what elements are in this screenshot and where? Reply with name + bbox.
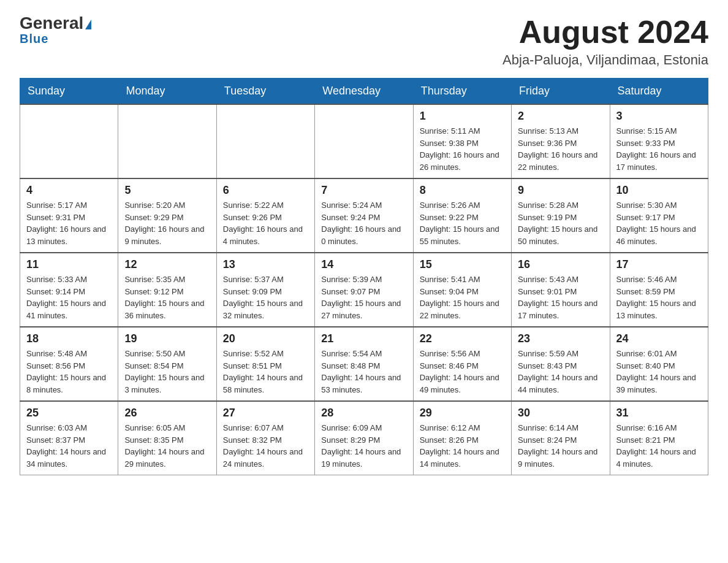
day-number: 28 [321, 407, 406, 419]
day-info: Sunrise: 5:35 AMSunset: 9:12 PMDaylight:… [124, 274, 210, 321]
week-row-5: 25Sunrise: 6:03 AMSunset: 8:37 PMDayligh… [20, 401, 708, 475]
day-number: 23 [518, 332, 603, 345]
calendar-cell: 26Sunrise: 6:05 AMSunset: 8:35 PMDayligh… [118, 401, 216, 475]
day-info: Sunrise: 6:14 AMSunset: 8:24 PMDaylight:… [518, 422, 603, 470]
day-number: 22 [420, 332, 505, 345]
calendar-header-row: SundayMondayTuesdayWednesdayThursdayFrid… [20, 79, 708, 105]
day-info: Sunrise: 5:46 AMSunset: 8:59 PMDaylight:… [616, 274, 702, 321]
day-number: 8 [420, 184, 505, 197]
day-number: 6 [223, 184, 308, 197]
logo-blue: Blue [20, 32, 48, 46]
column-header-sunday: Sunday [20, 79, 118, 105]
calendar-cell [216, 104, 314, 178]
calendar-cell: 23Sunrise: 5:59 AMSunset: 8:43 PMDayligh… [512, 327, 610, 401]
day-info: Sunrise: 6:09 AMSunset: 8:29 PMDaylight:… [321, 422, 406, 470]
logo: General Blue [20, 15, 91, 46]
day-info: Sunrise: 5:59 AMSunset: 8:43 PMDaylight:… [518, 348, 603, 396]
page-header: General Blue August 2024 Abja-Paluoja, V… [20, 15, 708, 68]
day-info: Sunrise: 5:20 AMSunset: 9:29 PMDaylight:… [124, 199, 210, 247]
calendar-cell: 15Sunrise: 5:41 AMSunset: 9:04 PMDayligh… [413, 253, 511, 327]
day-info: Sunrise: 6:12 AMSunset: 8:26 PMDaylight:… [420, 422, 505, 470]
calendar-cell: 7Sunrise: 5:24 AMSunset: 9:24 PMDaylight… [315, 178, 413, 253]
day-number: 24 [616, 332, 702, 345]
column-header-monday: Monday [118, 79, 216, 105]
calendar-cell: 28Sunrise: 6:09 AMSunset: 8:29 PMDayligh… [315, 401, 413, 475]
calendar-cell: 9Sunrise: 5:28 AMSunset: 9:19 PMDaylight… [512, 178, 610, 253]
calendar-cell: 16Sunrise: 5:43 AMSunset: 9:01 PMDayligh… [512, 253, 610, 327]
week-row-4: 18Sunrise: 5:48 AMSunset: 8:56 PMDayligh… [20, 327, 708, 401]
day-info: Sunrise: 5:13 AMSunset: 9:36 PMDaylight:… [518, 125, 603, 173]
day-info: Sunrise: 5:56 AMSunset: 8:46 PMDaylight:… [420, 348, 505, 396]
day-number: 3 [616, 110, 702, 123]
day-info: Sunrise: 5:24 AMSunset: 9:24 PMDaylight:… [321, 199, 406, 247]
day-number: 16 [518, 258, 603, 271]
day-number: 11 [26, 258, 112, 271]
calendar-cell: 13Sunrise: 5:37 AMSunset: 9:09 PMDayligh… [216, 253, 314, 327]
location-text: Abja-Paluoja, Viljandimaa, Estonia [502, 52, 708, 68]
day-number: 21 [321, 332, 406, 345]
day-info: Sunrise: 5:52 AMSunset: 8:51 PMDaylight:… [223, 348, 308, 396]
day-info: Sunrise: 5:43 AMSunset: 9:01 PMDaylight:… [518, 274, 603, 321]
calendar-cell: 14Sunrise: 5:39 AMSunset: 9:07 PMDayligh… [315, 253, 413, 327]
calendar-cell [20, 104, 118, 178]
day-number: 17 [616, 258, 702, 271]
day-info: Sunrise: 5:39 AMSunset: 9:07 PMDaylight:… [321, 274, 406, 321]
calendar-cell: 21Sunrise: 5:54 AMSunset: 8:48 PMDayligh… [315, 327, 413, 401]
calendar-cell: 6Sunrise: 5:22 AMSunset: 9:26 PMDaylight… [216, 178, 314, 253]
day-info: Sunrise: 6:05 AMSunset: 8:35 PMDaylight:… [124, 422, 210, 470]
column-header-thursday: Thursday [413, 79, 511, 105]
calendar-cell: 22Sunrise: 5:56 AMSunset: 8:46 PMDayligh… [413, 327, 511, 401]
column-header-tuesday: Tuesday [216, 79, 314, 105]
day-info: Sunrise: 5:50 AMSunset: 8:54 PMDaylight:… [124, 348, 210, 396]
day-info: Sunrise: 5:41 AMSunset: 9:04 PMDaylight:… [420, 274, 505, 321]
day-number: 18 [26, 332, 112, 345]
day-info: Sunrise: 5:11 AMSunset: 9:38 PMDaylight:… [420, 125, 505, 173]
day-info: Sunrise: 5:54 AMSunset: 8:48 PMDaylight:… [321, 348, 406, 396]
day-number: 27 [223, 407, 308, 419]
day-info: Sunrise: 5:28 AMSunset: 9:19 PMDaylight:… [518, 199, 603, 247]
calendar-cell: 3Sunrise: 5:15 AMSunset: 9:33 PMDaylight… [610, 104, 708, 178]
calendar-cell: 4Sunrise: 5:17 AMSunset: 9:31 PMDaylight… [20, 178, 118, 253]
day-info: Sunrise: 5:37 AMSunset: 9:09 PMDaylight:… [223, 274, 308, 321]
month-title: August 2024 [502, 15, 708, 50]
calendar-cell: 24Sunrise: 6:01 AMSunset: 8:40 PMDayligh… [610, 327, 708, 401]
day-number: 14 [321, 258, 406, 271]
day-info: Sunrise: 6:03 AMSunset: 8:37 PMDaylight:… [26, 422, 112, 470]
day-number: 12 [124, 258, 210, 271]
day-number: 29 [420, 407, 505, 419]
day-number: 30 [518, 407, 603, 419]
calendar-table: SundayMondayTuesdayWednesdayThursdayFrid… [20, 78, 708, 475]
day-info: Sunrise: 6:07 AMSunset: 8:32 PMDaylight:… [223, 422, 308, 470]
calendar-cell: 18Sunrise: 5:48 AMSunset: 8:56 PMDayligh… [20, 327, 118, 401]
day-info: Sunrise: 5:22 AMSunset: 9:26 PMDaylight:… [223, 199, 308, 247]
day-info: Sunrise: 5:48 AMSunset: 8:56 PMDaylight:… [26, 348, 112, 396]
calendar-cell: 5Sunrise: 5:20 AMSunset: 9:29 PMDaylight… [118, 178, 216, 253]
week-row-3: 11Sunrise: 5:33 AMSunset: 9:14 PMDayligh… [20, 253, 708, 327]
day-number: 4 [26, 184, 112, 197]
calendar-cell: 19Sunrise: 5:50 AMSunset: 8:54 PMDayligh… [118, 327, 216, 401]
day-number: 9 [518, 184, 603, 197]
calendar-cell: 2Sunrise: 5:13 AMSunset: 9:36 PMDaylight… [512, 104, 610, 178]
day-number: 25 [26, 407, 112, 419]
calendar-cell: 25Sunrise: 6:03 AMSunset: 8:37 PMDayligh… [20, 401, 118, 475]
day-info: Sunrise: 6:01 AMSunset: 8:40 PMDaylight:… [616, 348, 702, 396]
calendar-cell: 31Sunrise: 6:16 AMSunset: 8:21 PMDayligh… [610, 401, 708, 475]
title-area: August 2024 Abja-Paluoja, Viljandimaa, E… [502, 15, 708, 68]
calendar-cell: 12Sunrise: 5:35 AMSunset: 9:12 PMDayligh… [118, 253, 216, 327]
day-number: 26 [124, 407, 210, 419]
day-number: 13 [223, 258, 308, 271]
calendar-cell: 8Sunrise: 5:26 AMSunset: 9:22 PMDaylight… [413, 178, 511, 253]
day-number: 20 [223, 332, 308, 345]
column-header-saturday: Saturday [610, 79, 708, 105]
day-number: 2 [518, 110, 603, 123]
calendar-cell [118, 104, 216, 178]
day-info: Sunrise: 5:33 AMSunset: 9:14 PMDaylight:… [26, 274, 112, 321]
column-header-wednesday: Wednesday [315, 79, 413, 105]
calendar-cell: 30Sunrise: 6:14 AMSunset: 8:24 PMDayligh… [512, 401, 610, 475]
logo-general: General [20, 15, 91, 32]
day-number: 5 [124, 184, 210, 197]
day-number: 10 [616, 184, 702, 197]
calendar-cell [315, 104, 413, 178]
calendar-cell: 10Sunrise: 5:30 AMSunset: 9:17 PMDayligh… [610, 178, 708, 253]
calendar-cell: 17Sunrise: 5:46 AMSunset: 8:59 PMDayligh… [610, 253, 708, 327]
